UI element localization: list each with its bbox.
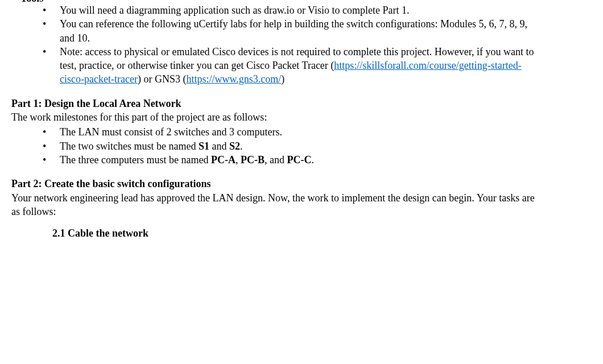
text-fragment: . <box>311 154 314 166</box>
text-fragment: , and <box>265 154 287 166</box>
bold-text: S2 <box>229 140 240 152</box>
text-fragment: , <box>236 154 241 166</box>
part2-intro: Your network engineering lead has approv… <box>11 191 535 219</box>
text-fragment: ) or GNS3 ( <box>138 73 187 85</box>
bold-text: PC-B <box>241 154 265 166</box>
text-fragment: and <box>209 140 229 152</box>
text-fragment: The two switches must be named <box>60 140 199 152</box>
list-item: Note: access to physical or emulated Cis… <box>43 45 535 86</box>
list-item: You can reference the following uCertify… <box>43 17 535 45</box>
list-item: The three computers must be named PC-A, … <box>43 153 535 167</box>
part2-sub1-heading: 2.1 Cable the network <box>52 226 535 240</box>
text-fragment: The three computers must be named <box>60 154 211 166</box>
text-fragment: ) <box>281 73 284 85</box>
list-item: The LAN must consist of 2 switches and 3… <box>43 125 535 139</box>
gns3-link[interactable]: https://www.gns3.com/ <box>186 73 281 85</box>
bold-text: PC-C <box>287 154 311 166</box>
part1-list: The LAN must consist of 2 switches and 3… <box>43 125 535 167</box>
bold-text: PC-A <box>211 154 236 166</box>
document-body: Tools You will need a diagramming applic… <box>11 0 535 240</box>
tools-list: You will need a diagramming application … <box>43 3 535 86</box>
part1-intro: The work milestones for this part of the… <box>11 110 535 124</box>
list-item: You will need a diagramming application … <box>43 3 535 17</box>
part2-heading: Part 2: Create the basic switch configur… <box>11 177 535 191</box>
part1-heading: Part 1: Design the Local Area Network <box>11 97 535 110</box>
text-fragment: . <box>240 140 243 152</box>
list-item: The two switches must be named S1 and S2… <box>43 139 535 153</box>
bold-text: S1 <box>199 140 209 152</box>
